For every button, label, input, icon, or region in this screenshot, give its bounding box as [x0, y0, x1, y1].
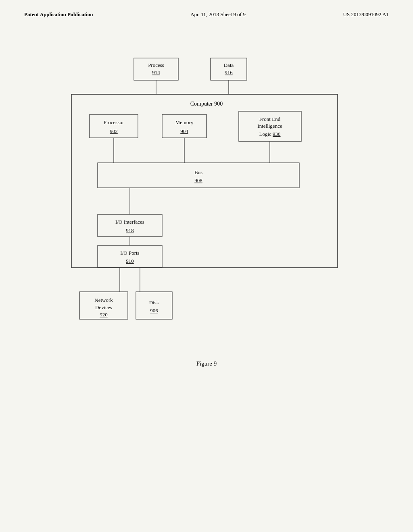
svg-rect-10 [90, 114, 138, 138]
svg-text:Logic 930: Logic 930 [259, 131, 280, 137]
header-center: Apr. 11, 2013 Sheet 9 of 9 [190, 11, 246, 18]
svg-rect-40 [136, 292, 172, 319]
svg-text:906: 906 [150, 308, 158, 314]
svg-text:I/O Interfaces: I/O Interfaces [115, 219, 144, 225]
svg-text:Disk: Disk [149, 299, 159, 305]
svg-text:918: 918 [126, 227, 134, 233]
svg-text:904: 904 [180, 128, 188, 134]
header-left: Patent Application Publication [24, 11, 93, 18]
svg-text:Process: Process [148, 62, 164, 68]
header-right: US 2013/0091092 A1 [343, 11, 389, 18]
svg-text:Processor: Processor [104, 119, 124, 125]
svg-text:910: 910 [126, 258, 134, 264]
svg-text:Computer 900: Computer 900 [190, 101, 223, 107]
svg-text:Bus: Bus [194, 169, 202, 175]
svg-text:Devices: Devices [95, 304, 112, 310]
page: Patent Application Publication Apr. 11, … [0, 0, 413, 532]
figure-caption: Figure 9 [0, 360, 413, 367]
svg-text:916: 916 [225, 69, 233, 75]
diagram-svg: Process 914 Data 916 Computer 900 Proces… [49, 46, 364, 352]
svg-text:Memory: Memory [175, 119, 194, 125]
svg-text:902: 902 [110, 128, 118, 134]
svg-text:908: 908 [194, 177, 202, 183]
svg-text:Intelligence: Intelligence [257, 123, 282, 129]
svg-text:Data: Data [224, 62, 234, 68]
svg-text:I/O Ports: I/O Ports [120, 250, 139, 256]
svg-text:914: 914 [152, 69, 160, 75]
svg-rect-13 [162, 114, 206, 138]
diagram-area: Process 914 Data 916 Computer 900 Proces… [0, 46, 413, 352]
svg-rect-31 [98, 245, 162, 268]
page-header: Patent Application Publication Apr. 11, … [0, 0, 413, 22]
svg-rect-23 [98, 163, 299, 188]
svg-text:920: 920 [100, 312, 108, 318]
svg-text:Front End: Front End [259, 116, 281, 122]
svg-text:Network: Network [94, 297, 113, 303]
